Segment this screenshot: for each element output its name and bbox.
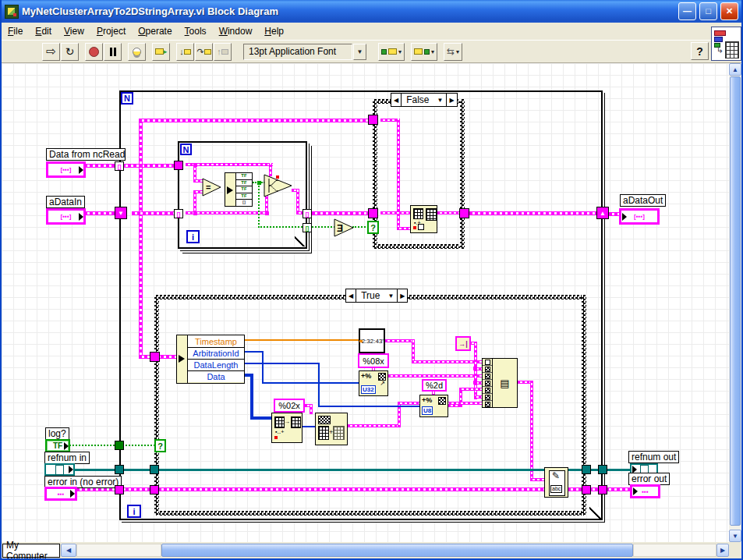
execution-target[interactable]: My Computer [2, 544, 60, 558]
highlight-execution-button[interactable] [128, 43, 146, 61]
select-node[interactable] [264, 174, 293, 197]
wire-arbid-1 [243, 351, 264, 353]
menu-edit[interactable]: Edit [29, 23, 58, 39]
run-continuous-button[interactable]: ↻ [61, 43, 79, 61]
wire-false-node-out [437, 211, 462, 214]
scroll-down-button[interactable]: ▼ [729, 530, 741, 542]
lightbulb-icon [133, 48, 141, 56]
concatenate-strings-node[interactable]: ▤ [482, 358, 518, 408]
case-dropdown-icon[interactable]: ▼ [434, 97, 447, 104]
case-previous-icon[interactable]: ◀ [391, 94, 402, 106]
pencil-icon: ✎ [552, 470, 560, 481]
menu-project[interactable]: Project [90, 23, 132, 39]
horizontal-scroll-thumb[interactable] [161, 544, 633, 557]
tab-constant[interactable]: →| [455, 336, 471, 351]
menu-file[interactable]: File [2, 23, 29, 39]
shift-register-left[interactable]: ▼ [115, 207, 127, 219]
wire-inner-top [186, 163, 273, 166]
close-button[interactable]: ✕ [720, 2, 738, 20]
log-label[interactable]: log? [45, 427, 69, 440]
replace-array-subset-node[interactable]: ▪.+ [410, 205, 437, 233]
title-bar: MyNetClusterArrayTo2DStringArray.vi Bloc… [2, 0, 741, 23]
adatain-terminal[interactable]: [▪▪▪] [46, 208, 86, 225]
horizontal-scrollbar[interactable]: My Computer ◀ ▶ [2, 542, 741, 560]
inner-loop-iteration-terminal: i [186, 230, 200, 243]
wire-arbid-3 [262, 382, 359, 384]
run-button[interactable]: ⇨ [42, 43, 60, 61]
array-to-string-node[interactable]: + [315, 413, 348, 445]
step-over-button[interactable]: ↷ [195, 43, 213, 61]
step-out-button[interactable]: ↑ [214, 43, 232, 61]
case-dropdown-icon[interactable]: ▼ [384, 292, 397, 299]
vertical-scrollbar[interactable]: ▲ ▼ [729, 63, 741, 542]
inner-loop-count-terminal: N [180, 144, 192, 155]
error-out-label[interactable]: error out [628, 473, 670, 485]
format-string-hex8-constant[interactable]: %08x [358, 353, 389, 368]
vi-icon[interactable]: ↳ [711, 27, 741, 61]
format-datetime-node[interactable]: '2:32:43' [359, 328, 385, 353]
adataout-terminal[interactable]: [▪▪▪] [619, 208, 660, 225]
menu-view[interactable]: View [58, 23, 90, 39]
maximize-button[interactable]: □ [699, 2, 717, 20]
false-case-selector-label[interactable]: ◀ False ▼ ▶ [391, 93, 458, 107]
error-in-terminal[interactable]: ▪▪▪ [44, 487, 77, 501]
format-value-u32-node[interactable]: +% ↗ U32 [359, 370, 388, 396]
adataout-label[interactable]: aDataOut [620, 194, 666, 207]
format-string-dec2-constant[interactable]: %2d [422, 379, 447, 392]
error-out-terminal[interactable]: ▪▪▪ [630, 484, 660, 498]
unbundle-field-arbitrationid[interactable]: ArbitrationId [188, 347, 244, 359]
log-terminal[interactable]: TF [45, 439, 70, 452]
toolbar: ⇨ ↻ ▸ ↓ ↷ ↑ 13pt Application Font ▼ ▾ ▾ … [2, 41, 741, 63]
format-value-u8-node[interactable]: +% U8 [419, 395, 448, 417]
retain-wire-values-button[interactable]: ▸ [152, 43, 170, 61]
or-array-elements-node[interactable]: Ǝ [334, 218, 355, 237]
scroll-left-button[interactable]: ◀ [61, 544, 76, 557]
wire-bool-inner-v [258, 182, 260, 228]
font-selector-dropdown[interactable]: ▼ [353, 44, 366, 60]
true-case-selector-label[interactable]: ◀ True ▼ ▶ [345, 289, 408, 303]
refnum-out-label[interactable]: refnum out [628, 451, 679, 463]
array-reshape-node[interactable]: → ▪‥+ [271, 413, 303, 443]
case-next-icon[interactable]: ▶ [397, 289, 407, 302]
block-diagram-canvas[interactable]: N i N i ◀ False ▼ ▶ ◀ True [2, 63, 729, 542]
case-previous-icon[interactable]: ◀ [346, 289, 356, 302]
align-objects-button[interactable]: ▾ [378, 43, 405, 61]
wire-nodea-nodeb [303, 426, 315, 427]
data-from-terminal[interactable]: [▪▪▪] [46, 161, 86, 178]
menu-tools[interactable]: Tools [179, 23, 213, 39]
scroll-up-button[interactable]: ▲ [729, 63, 741, 76]
menu-operate[interactable]: Operate [132, 23, 178, 39]
outer-loop-iteration-terminal: i [127, 505, 141, 518]
data-from-label[interactable]: Data from ncReadN [46, 148, 126, 161]
help-button[interactable]: ? [691, 42, 709, 60]
format-string-hex2-constant[interactable]: %02x [274, 399, 305, 413]
case-next-icon[interactable]: ▶ [446, 94, 456, 106]
shift-register-right[interactable]: ▲ [596, 207, 609, 219]
wire-concat-out-v [530, 381, 533, 481]
tunnel-error-left [115, 485, 124, 494]
svg-text:Ǝ: Ǝ [337, 223, 343, 234]
menu-help[interactable]: Help [258, 23, 290, 39]
tunnel-true-data [150, 352, 160, 362]
pause-button[interactable] [104, 43, 122, 61]
wire-data-array-3 [250, 416, 271, 420]
unbundle-by-name-node[interactable]: Timestamp ArbitrationId DataLength Data [176, 335, 245, 384]
font-selector[interactable]: 13pt Application Font [243, 44, 352, 60]
minimize-button[interactable]: — [678, 2, 696, 20]
refnum-in-terminal[interactable] [44, 463, 75, 476]
distribute-objects-button[interactable]: ▾ [411, 43, 437, 61]
refnum-in-label[interactable]: refnum in [44, 452, 90, 464]
reorder-button[interactable]: ⇆▾ [444, 43, 462, 61]
array-to-cluster-node[interactable]: TF TF TF TF [] [225, 172, 253, 207]
unbundle-field-data[interactable]: Data [188, 370, 244, 382]
abort-button[interactable] [85, 43, 103, 61]
write-file-node[interactable]: ✎ abc [544, 467, 568, 498]
unbundle-field-timestamp[interactable]: Timestamp [188, 335, 244, 347]
step-into-button[interactable]: ↓ [176, 43, 194, 61]
equal-node[interactable]: = [202, 178, 222, 197]
vertical-scroll-thumb[interactable] [730, 76, 741, 526]
scroll-right-button[interactable]: ▶ [716, 544, 729, 557]
unbundle-field-datalength[interactable]: DataLength [188, 359, 244, 370]
adatain-label[interactable]: aDataIn [46, 196, 85, 208]
menu-window[interactable]: Window [213, 23, 259, 39]
